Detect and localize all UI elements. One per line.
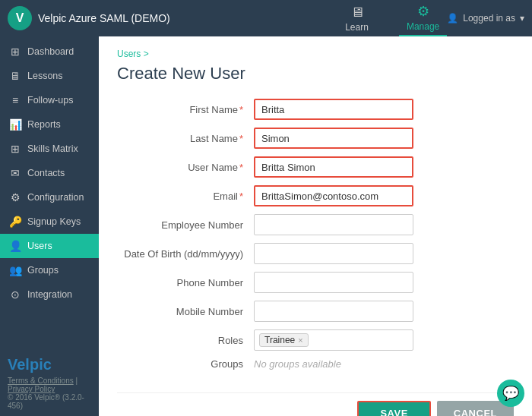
app-logo: V Velpic Azure SAML (DEMO) [8, 6, 337, 30]
sidebar: ⊞ Dashboard 🖥 Lessons ≡ Follow-ups 📊 Rep… [0, 36, 99, 416]
label-user-name: User Name [117, 162, 254, 173]
label-email: Email [117, 191, 254, 202]
label-groups: Groups [117, 358, 254, 370]
roles-field[interactable]: Trainee × [254, 329, 413, 351]
form-footer: SAVE CANCEL [117, 392, 514, 416]
breadcrumb-parent: Users [117, 49, 141, 59]
sidebar-label: Reports [27, 119, 61, 130]
nav-learn-label: Learn [345, 22, 369, 33]
main-layout: ⊞ Dashboard 🖥 Lessons ≡ Follow-ups 📊 Rep… [0, 36, 532, 416]
label-mobile-number: Mobile Number [117, 306, 254, 317]
sidebar-item-users[interactable]: 👤 Users [0, 234, 99, 258]
form-row-groups: Groups No groups available [117, 358, 514, 370]
input-email[interactable] [254, 185, 413, 206]
sidebar-label: Users [27, 241, 52, 251]
privacy-link[interactable]: Privacy Policy [8, 385, 55, 393]
label-roles: Roles [117, 335, 254, 346]
sidebar-item-signup-keys[interactable]: 🔑 Signup Keys [0, 210, 99, 234]
sidebar-item-integration[interactable]: ⊙ Integration [0, 282, 99, 307]
logged-in-label: Logged in as [463, 13, 515, 24]
form-row-employee-number: Employee Number [117, 214, 514, 235]
form-row-phone-number: Phone Number [117, 272, 514, 293]
chat-icon: 💬 [502, 385, 519, 402]
chat-bubble[interactable]: 💬 [497, 380, 524, 407]
nav-item-manage[interactable]: ⚙ Manage [399, 0, 447, 36]
sidebar-label: Signup Keys [27, 216, 81, 227]
breadcrumb: Users > [117, 49, 514, 59]
sidebar-label: Follow-ups [27, 95, 73, 106]
input-mobile-number[interactable] [254, 301, 413, 322]
sidebar-label: Groups [27, 265, 59, 276]
label-phone-number: Phone Number [117, 277, 254, 288]
input-dob[interactable] [254, 243, 413, 264]
sidebar-item-contacts[interactable]: ✉ Contacts [0, 161, 99, 185]
users-icon: 👤 [9, 240, 21, 252]
top-nav-right: 👤 Logged in as ▾ [447, 13, 524, 24]
label-first-name: First Name [117, 104, 254, 115]
input-employee-number[interactable] [254, 214, 413, 235]
breadcrumb-separator: > [144, 49, 149, 59]
main-content: Users > Create New User First Name Last … [99, 36, 532, 416]
sidebar-item-configuration[interactable]: ⚙ Configuration [0, 185, 99, 210]
terms-link[interactable]: Terms & Conditions [8, 377, 74, 385]
role-tag-trainee: Trainee × [259, 333, 309, 347]
learn-icon: 🖥 [350, 5, 364, 20]
sidebar-item-dashboard[interactable]: ⊞ Dashboard [0, 39, 99, 64]
sidebar-label: Dashboard [27, 46, 74, 57]
form-row-mobile-number: Mobile Number [117, 301, 514, 322]
configuration-icon: ⚙ [9, 191, 21, 203]
reports-icon: 📊 [9, 118, 21, 131]
dropdown-icon: ▾ [520, 13, 524, 24]
form-row-last-name: Last Name [117, 128, 514, 149]
sidebar-item-lessons[interactable]: 🖥 Lessons [0, 64, 99, 88]
nav-items: 🖥 Learn ⚙ Manage [337, 0, 447, 36]
contacts-icon: ✉ [9, 167, 21, 179]
integration-icon: ⊙ [9, 288, 21, 301]
role-tag-remove[interactable]: × [298, 336, 302, 345]
input-last-name[interactable] [254, 128, 413, 149]
save-button[interactable]: SAVE [357, 401, 430, 416]
groups-placeholder: No groups available [254, 358, 341, 370]
sidebar-label: Integration [27, 289, 72, 300]
top-navigation: V Velpic Azure SAML (DEMO) 🖥 Learn ⚙ Man… [0, 0, 532, 36]
input-phone-number[interactable] [254, 272, 413, 293]
lessons-icon: 🖥 [9, 70, 21, 82]
form-row-first-name: First Name [117, 99, 514, 120]
sidebar-footer: Velpic Terms & Conditions | Privacy Poli… [0, 350, 99, 416]
sidebar-label: Contacts [27, 168, 65, 178]
sidebar-item-groups[interactable]: 👥 Groups [0, 258, 99, 282]
groups-icon: 👥 [9, 264, 21, 276]
form-row-roles: Roles Trainee × [117, 329, 514, 351]
sidebar-links: Terms & Conditions | Privacy Policy [8, 377, 91, 393]
label-dob: Date Of Birth (dd/mm/yyyy) [117, 248, 254, 260]
dashboard-icon: ⊞ [9, 46, 21, 58]
skills-matrix-icon: ⊞ [9, 143, 21, 155]
signup-keys-icon: 🔑 [9, 216, 21, 228]
input-user-name[interactable] [254, 156, 413, 178]
label-last-name: Last Name [117, 133, 254, 144]
form-row-email: Email [117, 185, 514, 206]
sidebar-item-follow-ups[interactable]: ≡ Follow-ups [0, 88, 99, 112]
sidebar-item-reports[interactable]: 📊 Reports [0, 112, 99, 137]
follow-ups-icon: ≡ [9, 94, 21, 106]
label-employee-number: Employee Number [117, 219, 254, 231]
logo-circle: V [8, 6, 32, 30]
app-title: Velpic Azure SAML (DEMO) [38, 12, 170, 24]
role-tag-label: Trainee [264, 335, 295, 345]
sidebar-label: Skills Matrix [27, 143, 78, 154]
manage-icon: ⚙ [417, 3, 429, 20]
version-label: © 2016 Velpic® (3.2.0-456) [8, 393, 91, 410]
sidebar-label: Configuration [27, 192, 84, 203]
form-row-dob: Date Of Birth (dd/mm/yyyy) [117, 243, 514, 264]
form-row-user-name: User Name [117, 156, 514, 178]
nav-manage-label: Manage [407, 21, 439, 32]
input-first-name[interactable] [254, 99, 413, 120]
sidebar-label: Lessons [27, 71, 63, 81]
person-icon: 👤 [447, 13, 458, 24]
sidebar-item-skills-matrix[interactable]: ⊞ Skills Matrix [0, 137, 99, 161]
nav-item-learn[interactable]: 🖥 Learn [337, 2, 376, 36]
velpic-logo: Velpic [8, 356, 91, 373]
pipe-separator: | [75, 377, 78, 385]
page-title: Create New User [117, 64, 514, 84]
